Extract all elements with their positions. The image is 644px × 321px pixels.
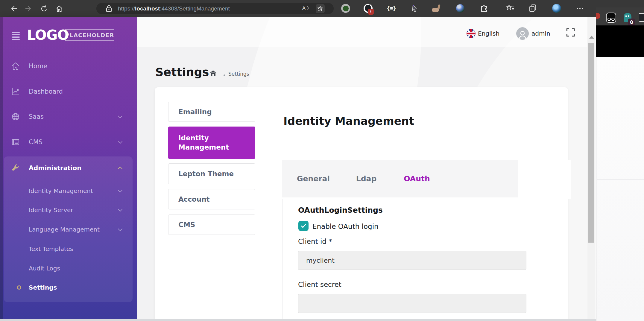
collections-button[interactable] [528, 4, 537, 13]
user-avatar-icon [516, 27, 529, 40]
settings-nav-cms[interactable]: CMS [168, 214, 255, 235]
client-id-input[interactable] [298, 251, 526, 270]
favorites-button[interactable] [506, 4, 515, 13]
sidebar-subitem-label: Identity Server [29, 206, 73, 214]
extension-selector[interactable] [410, 4, 419, 13]
fullscreen-icon [566, 28, 569, 31]
settings-nav-label: CMS [178, 221, 195, 229]
settings-nav-emailing[interactable]: Emailing [168, 102, 255, 122]
url-text[interactable]: https://localhost:44303/SettingManagemen… [118, 5, 230, 12]
puzzle-icon [480, 4, 488, 13]
add-favorite-button[interactable] [316, 4, 325, 13]
menu-toggle-button[interactable] [12, 32, 20, 41]
chevron-down-icon [118, 188, 123, 193]
sidebar-item-cms[interactable]: CMS [0, 134, 137, 150]
uk-flag-icon [467, 29, 476, 38]
fullscreen-button[interactable] [566, 28, 575, 36]
sidebar-subitem-label: Settings [29, 284, 57, 291]
logo-placeholder-badge: PLACEHOLDER [65, 29, 114, 41]
scrollbar-up-arrow[interactable] [589, 36, 594, 39]
globe-icon [11, 112, 20, 121]
address-bar[interactable]: https://localhost:44303/SettingManagemen… [96, 3, 334, 14]
sidebar-subitem-identity-server[interactable]: Identity Server [0, 203, 137, 217]
forward-icon [25, 5, 33, 13]
sidebar-subitem-text-templates[interactable]: Text Templates [0, 242, 137, 256]
client-secret-label: Client secret [298, 281, 341, 288]
user-name: admin [531, 30, 550, 37]
oauth-panel: OAuthLoginSettings Enable OAuth login Cl… [282, 199, 541, 319]
language-selector[interactable]: English [467, 29, 499, 38]
page-title: Settings [155, 66, 209, 79]
section-title: OAuthLoginSettings [298, 206, 383, 214]
sidebar-item-label: Home [29, 63, 47, 70]
newspaper-icon [11, 138, 20, 147]
sidebar-item-label: Dashboard [29, 88, 63, 95]
settings-card: Emailing Identity Management Lepton Them… [155, 87, 568, 319]
sidebar-item-home[interactable]: Home [0, 58, 137, 74]
client-secret-input[interactable] [298, 294, 526, 313]
duck-icon [432, 4, 441, 12]
extension-green-circle[interactable] [341, 4, 350, 13]
binoculars-extension-icon[interactable] [606, 13, 616, 23]
cursor-arrow-icon [411, 4, 418, 13]
enable-oauth-checkbox[interactable] [298, 221, 309, 231]
chevron-down-icon [118, 114, 123, 118]
chart-icon [11, 87, 20, 96]
tab-general[interactable]: General [297, 160, 330, 197]
sidebar-item-label: CMS [29, 139, 42, 146]
extension-json-formatter[interactable]: {≡} [387, 4, 396, 13]
home-icon [55, 5, 63, 13]
home-button[interactable] [55, 4, 64, 13]
check-icon [300, 223, 307, 229]
sidebar-subitem-label: Text Templates [29, 245, 73, 252]
settings-nav-label: Account [178, 195, 210, 203]
tab-ldap[interactable]: Ldap [356, 160, 377, 197]
sidebar-subitem-language-management[interactable]: Language Management [0, 222, 137, 237]
star-plus-icon [317, 5, 323, 12]
tab-oauth[interactable]: OAuth [404, 160, 430, 197]
github-icon: ! [364, 4, 373, 13]
sidebar-item-administration[interactable]: Administration [0, 160, 137, 177]
browser-toolbar: https://localhost:44303/SettingManagemen… [0, 0, 596, 17]
sidebar-subitem-identity-management[interactable]: Identity Management [0, 184, 137, 198]
clipped-extension-icon [639, 13, 644, 22]
settings-nav-account[interactable]: Account [168, 189, 255, 209]
scrollbar-thumb[interactable] [588, 43, 594, 243]
sidebar-item-saas[interactable]: Saas [0, 108, 137, 125]
settings-menu-button[interactable] [575, 4, 584, 13]
browser-window: https://localhost:44303/SettingManagemen… [0, 0, 596, 321]
chevron-down-icon [118, 207, 123, 212]
read-aloud-icon: A [302, 5, 306, 11]
extensions-menu-button[interactable] [480, 4, 489, 13]
green-circle-icon [341, 4, 350, 13]
breadcrumb-current: Settings [228, 71, 249, 77]
chevron-down-icon [118, 139, 123, 144]
refresh-icon [40, 5, 48, 13]
user-menu[interactable]: admin [516, 27, 550, 40]
sidebar-subitem-settings[interactable]: Settings [0, 280, 137, 295]
profile-button[interactable] [552, 4, 561, 13]
background-window-divider [597, 179, 644, 180]
collections-icon [529, 4, 537, 13]
breadcrumb-home-icon[interactable] [209, 70, 217, 78]
settings-nav-lepton-theme[interactable]: Lepton Theme [168, 163, 255, 184]
sidebar-subitem-audit-logs[interactable]: Audit Logs [0, 261, 137, 276]
url-path: :44303/SettingManagement [160, 5, 230, 12]
sidebar-subitem-label: Language Management [29, 226, 100, 233]
back-icon [10, 5, 17, 13]
back-button[interactable] [9, 4, 18, 13]
extension-github[interactable]: ! [364, 4, 373, 13]
client-id-label: Client id * [298, 238, 332, 245]
logo[interactable]: LOGO [27, 27, 69, 43]
read-aloud-button[interactable]: A [302, 5, 309, 11]
red-extension-icon [596, 13, 600, 19]
profile-avatar [552, 4, 561, 13]
forward-button[interactable] [24, 4, 33, 13]
refresh-button[interactable] [40, 4, 48, 13]
settings-nav-identity-management[interactable]: Identity Management [168, 127, 255, 159]
sidebar-item-dashboard[interactable]: Dashboard [0, 83, 137, 100]
chevron-down-icon [118, 226, 123, 231]
extension-duck[interactable] [432, 4, 441, 13]
scrollbar[interactable] [587, 17, 596, 319]
extension-sphere[interactable] [456, 4, 465, 13]
